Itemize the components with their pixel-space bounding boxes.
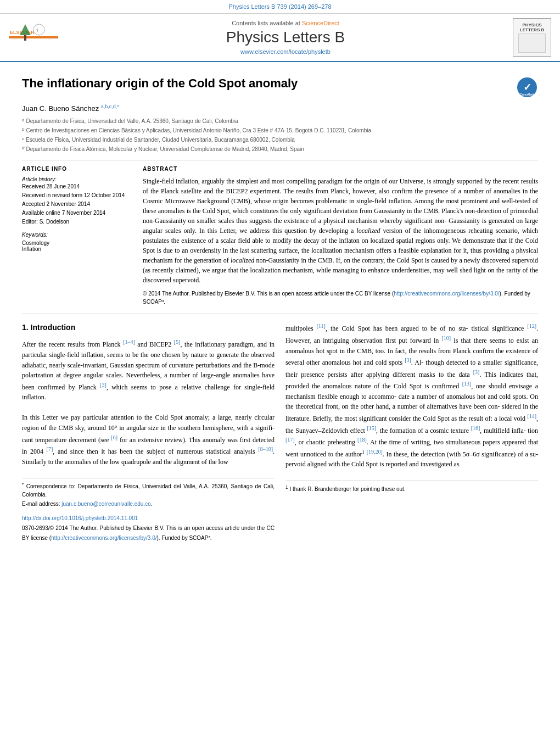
copyright-line: © 2014 The Author. Published by Elsevier… xyxy=(143,289,538,306)
kw-inflation: Inflation xyxy=(22,246,132,252)
section-divider xyxy=(22,160,538,160)
body-divider xyxy=(22,314,538,314)
cite-10: [10] xyxy=(442,335,451,341)
svg-rect-3 xyxy=(24,35,26,41)
svg-text:⚕: ⚕ xyxy=(36,28,38,33)
crossmark-logo: ✓ CrossMark xyxy=(516,76,538,98)
journal-title: Physics Letters B xyxy=(58,29,513,46)
body-text-left: After the recent results from Planck [1–… xyxy=(22,338,275,467)
svg-text:CrossMark: CrossMark xyxy=(520,93,534,96)
cite-5: [5] xyxy=(174,339,181,345)
available-date: Available online 7 November 2014 xyxy=(22,209,132,217)
journal-ref: Physics Letters B 739 (2014) 269–278 xyxy=(228,3,331,10)
cite-3c: [3] xyxy=(473,369,480,375)
svg-point-4 xyxy=(33,24,44,35)
affil-d: d Departamento de Física Atómica, Molecu… xyxy=(22,145,538,153)
editor-label: Editor: xyxy=(22,219,38,225)
keywords-label: Keywords: xyxy=(22,232,132,238)
cite-6: [6] xyxy=(111,434,117,440)
editor-name: S. Dodelson xyxy=(40,219,69,225)
cite-1-4: [1–4] xyxy=(123,339,135,345)
cite-8-10: [8–10] xyxy=(258,446,273,452)
accepted-date: Accepted 2 November 2014 xyxy=(22,200,132,209)
cc-footer-link[interactable]: http://creativecommons.org/licenses/by/3… xyxy=(51,535,156,541)
doi-link[interactable]: http://dx.doi.org/10.1016/j.physletb.201… xyxy=(22,515,138,521)
abstract-heading: ABSTRACT xyxy=(143,166,538,172)
contents-line: Contents lists available at ScienceDirec… xyxy=(58,20,513,26)
cite-16: [16] xyxy=(471,425,480,431)
author-name: Juan C. Bueno Sánchez xyxy=(22,104,99,113)
affil-b: b Centro de Investigaciones en Ciencias … xyxy=(22,126,538,135)
affil-c: c Escuela de Fisica, Universidad Industr… xyxy=(22,136,538,144)
abstract-text: Single-field inflation, arguably the sim… xyxy=(143,176,538,285)
editor-line: Editor: S. Dodelson xyxy=(22,217,132,226)
article-info-heading: ARTICLE INFO xyxy=(22,166,132,172)
info-section: Article history: Received 28 June 2014 R… xyxy=(22,176,132,252)
cite-17: [17] xyxy=(285,437,295,443)
body-two-col: 1. Introduction After the recent results… xyxy=(22,322,538,543)
article-info-panel: ARTICLE INFO Article history: Received 2… xyxy=(22,166,132,306)
cite-12: [12] xyxy=(527,323,536,329)
affiliations: a Departamento de Fisica, Universidad de… xyxy=(22,117,538,153)
cite-13: [13] xyxy=(462,381,472,387)
footnote-email: E-mail address: juan.c.bueno@correouniva… xyxy=(22,500,275,508)
received-date: Received 28 June 2014 xyxy=(22,182,132,191)
body-col-left: 1. Introduction After the recent results… xyxy=(22,322,275,543)
affil-a: a Departamento de Fisica, Universidad de… xyxy=(22,117,538,125)
cite-11: [11] xyxy=(317,323,326,329)
elsevier-logo: ELSEVIER ⚕ xyxy=(9,20,58,55)
banner-logo-right: PHYSICSLETTERS B xyxy=(513,18,551,57)
cite-18: [18] xyxy=(357,437,367,443)
info-dates: Received 28 June 2014 Received in revise… xyxy=(22,182,132,226)
header-bar: Physics Letters B 739 (2014) 269–278 xyxy=(0,0,560,14)
cite-7: [7] xyxy=(47,446,53,452)
journal-thumbnail xyxy=(518,34,546,53)
footer-links: http://dx.doi.org/10.1016/j.physletb.201… xyxy=(22,514,275,543)
cite-3: [3] xyxy=(100,382,107,388)
sciencedirect-link[interactable]: ScienceDirect xyxy=(302,20,339,26)
journal-url[interactable]: www.elsevier.com/locate/physletb xyxy=(58,48,513,55)
cite-3b: [3] xyxy=(405,357,411,363)
cite-15: [15] xyxy=(367,425,376,431)
doi-link-line: http://dx.doi.org/10.1016/j.physletb.201… xyxy=(22,514,275,523)
keywords-section: Keywords: Cosmology Inflation xyxy=(22,232,132,252)
banner-center: Contents lists available at ScienceDirec… xyxy=(58,20,513,55)
svg-text:✓: ✓ xyxy=(523,82,531,93)
cite-19-20: [19,20] xyxy=(367,449,383,455)
kw-cosmology: Cosmology xyxy=(22,240,132,246)
body-col-right: multipoles [11], the Cold Spot has been … xyxy=(285,322,538,543)
footnote-area-left: * Correspondence to: Departamento de Fís… xyxy=(22,478,275,507)
body-text-right: multipoles [11], the Cold Spot has been … xyxy=(285,322,538,470)
received-revised-date: Received in revised form 12 October 2014 xyxy=(22,191,132,200)
intro-heading: 1. Introduction xyxy=(22,322,275,333)
issn-line: 0370-2693/© 2014 The Author. Published b… xyxy=(22,523,275,543)
content-banner: ELSEVIER ⚕ Contents lists available at S… xyxy=(0,14,560,62)
fn-sup-1: 1 xyxy=(362,449,365,455)
main-content: The inflationary origin of the Cold Spot… xyxy=(0,62,560,552)
authors-line: Juan C. Bueno Sánchez a,b,c,d,* xyxy=(22,104,538,113)
footnote-star: * Correspondence to: Departamento de Fís… xyxy=(22,482,275,498)
info-abstract-area: ARTICLE INFO Article history: Received 2… xyxy=(22,166,538,306)
article-title: The inflationary origin of the Cold Spot… xyxy=(22,76,298,91)
cite-14: [14] xyxy=(527,413,536,419)
banner-logo-text: PHYSICSLETTERS B xyxy=(520,23,544,32)
footnote-1: 1 I thank R. Brandenberger for pointing … xyxy=(285,484,538,493)
cc-link[interactable]: http://creativecommons.org/licenses/by/3… xyxy=(394,291,499,297)
article-title-area: The inflationary origin of the Cold Spot… xyxy=(22,76,538,98)
svg-rect-0 xyxy=(9,36,58,38)
email-link[interactable]: juan.c.bueno@correounivalle.edu.co xyxy=(61,501,150,507)
author-sup: a,b,c,d,* xyxy=(101,104,119,109)
history-label: Article history: xyxy=(22,176,132,182)
footnote-area-right: 1 I thank R. Brandenberger for pointing … xyxy=(285,481,538,493)
abstract-panel: ABSTRACT Single-field inflation, arguabl… xyxy=(143,166,538,306)
